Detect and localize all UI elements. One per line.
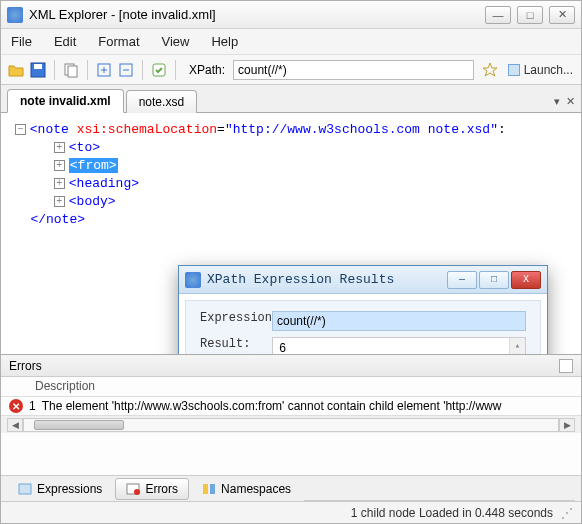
separator — [54, 60, 55, 80]
app-icon — [7, 7, 23, 23]
result-scrollbar[interactable]: ▴▾ — [509, 338, 525, 355]
xml-attr-value: "http://www.w3schools.com note.xsd" — [225, 122, 498, 137]
error-description: The element 'http://www.w3schools.com:fr… — [42, 399, 502, 413]
separator — [87, 60, 88, 80]
xml-tag-note: <note — [30, 122, 69, 137]
xml-tail: : — [498, 122, 506, 137]
xml-tag-to: <to> — [69, 140, 100, 155]
xpath-label: XPath: — [189, 63, 225, 77]
dialog-titlebar[interactable]: XPath Expression Results — □ X — [179, 266, 547, 294]
xml-eq: = — [217, 122, 225, 137]
dialog-app-icon — [185, 272, 201, 288]
menu-help[interactable]: Help — [211, 34, 238, 49]
document-tabs: note invalid.xml note.xsd ▾ ✕ — [1, 85, 581, 113]
menu-file[interactable]: File — [11, 34, 32, 49]
close-button[interactable]: ✕ — [549, 6, 575, 24]
tab-expressions[interactable]: Expressions — [7, 478, 113, 500]
toolbar: XPath: Launch... — [1, 55, 581, 85]
tab-note-xsd[interactable]: note.xsd — [126, 90, 197, 113]
expand-toggle[interactable]: + — [54, 160, 65, 171]
scroll-left-icon[interactable]: ◀ — [7, 418, 23, 432]
window-title: XML Explorer - [note invalid.xml] — [29, 7, 485, 22]
scroll-thumb[interactable] — [34, 420, 124, 430]
separator — [142, 60, 143, 80]
errors-hscrollbar[interactable]: ◀ ▶ — [1, 415, 581, 433]
launch-label: Launch... — [524, 63, 573, 77]
xml-attr-name: xsi:schemaLocation — [77, 122, 217, 137]
dialog-minimize-button[interactable]: — — [447, 271, 477, 289]
errors-column-description[interactable]: Description — [1, 377, 581, 397]
expand-toggle[interactable]: + — [54, 142, 65, 153]
tab-namespaces[interactable]: Namespaces — [191, 478, 302, 500]
svg-rect-10 — [19, 484, 31, 494]
status-text: 1 child node Loaded in 0.448 seconds — [351, 506, 553, 520]
svg-point-12 — [134, 489, 140, 495]
tab-expressions-label: Expressions — [37, 482, 102, 496]
error-number: 1 — [29, 399, 36, 413]
errors-title: Errors — [9, 359, 42, 373]
xml-tag-heading: <heading> — [69, 176, 139, 191]
svg-rect-13 — [203, 484, 208, 494]
collapse-icon[interactable] — [117, 61, 135, 79]
xml-tag-note-close: </note> — [30, 212, 85, 227]
tab-errors[interactable]: Errors — [115, 478, 189, 500]
launch-icon — [508, 64, 520, 76]
svg-rect-1 — [34, 64, 42, 69]
main-window: XML Explorer - [note invalid.xml] — □ ✕ … — [0, 0, 582, 524]
dialog-close-button[interactable]: X — [511, 271, 541, 289]
collapse-toggle[interactable]: − — [15, 124, 26, 135]
menu-view[interactable]: View — [162, 34, 190, 49]
menubar: File Edit Format View Help — [1, 29, 581, 55]
expressions-icon — [18, 482, 32, 496]
resize-grip-icon[interactable]: ⋰ — [561, 506, 571, 520]
errors-panel: Errors Description ✕ 1 The element 'http… — [1, 355, 581, 475]
result-box: 6 ▴▾ — [272, 337, 526, 355]
statusbar: 1 child node Loaded in 0.448 seconds ⋰ — [1, 501, 581, 523]
tab-errors-label: Errors — [145, 482, 178, 496]
pin-icon[interactable] — [559, 359, 573, 373]
menu-edit[interactable]: Edit — [54, 34, 76, 49]
titlebar: XML Explorer - [note invalid.xml] — □ ✕ — [1, 1, 581, 29]
maximize-button[interactable]: □ — [517, 6, 543, 24]
errors-icon — [126, 482, 140, 496]
result-value: 6 — [279, 342, 286, 355]
launch-button[interactable]: Launch... — [508, 63, 573, 77]
expression-label: Expression: — [200, 311, 272, 325]
minimize-button[interactable]: — — [485, 6, 511, 24]
xpath-results-dialog: XPath Expression Results — □ X Expressio… — [178, 265, 548, 355]
save-icon[interactable] — [29, 61, 47, 79]
window-buttons: — □ ✕ — [485, 6, 575, 24]
expand-icon[interactable] — [95, 61, 113, 79]
open-icon[interactable] — [7, 61, 25, 79]
favorite-icon[interactable] — [481, 61, 499, 79]
dialog-title: XPath Expression Results — [207, 272, 447, 287]
tab-dropdown-icon[interactable]: ▾ — [554, 95, 560, 108]
expand-toggle[interactable]: + — [54, 196, 65, 207]
bottom-tabs: Expressions Errors Namespaces — [1, 475, 581, 501]
dialog-body: Expression: Result: 6 ▴▾ — [185, 300, 541, 355]
dialog-maximize-button[interactable]: □ — [479, 271, 509, 289]
errors-header: Errors — [1, 355, 581, 377]
tab-close-icon[interactable]: ✕ — [566, 95, 575, 108]
result-label: Result: — [200, 337, 272, 355]
error-row[interactable]: ✕ 1 The element 'http://www.w3schools.co… — [1, 397, 581, 415]
xml-editor[interactable]: −<note xsi:schemaLocation="http://www.w3… — [1, 113, 581, 355]
scroll-right-icon[interactable]: ▶ — [559, 418, 575, 432]
tab-note-invalid[interactable]: note invalid.xml — [7, 89, 124, 113]
xml-tag-body: <body> — [69, 194, 116, 209]
xml-tag-from-selected[interactable]: <from> — [69, 158, 118, 173]
svg-rect-3 — [68, 66, 77, 77]
tab-namespaces-label: Namespaces — [221, 482, 291, 496]
menu-format[interactable]: Format — [98, 34, 139, 49]
copy-icon[interactable] — [62, 61, 80, 79]
expand-toggle[interactable]: + — [54, 178, 65, 189]
validate-icon[interactable] — [150, 61, 168, 79]
scroll-track[interactable] — [23, 418, 559, 432]
expression-input[interactable] — [272, 311, 526, 331]
separator — [175, 60, 176, 80]
error-icon: ✕ — [9, 399, 23, 413]
svg-rect-14 — [210, 484, 215, 494]
xpath-input[interactable] — [233, 60, 474, 80]
namespaces-icon — [202, 482, 216, 496]
